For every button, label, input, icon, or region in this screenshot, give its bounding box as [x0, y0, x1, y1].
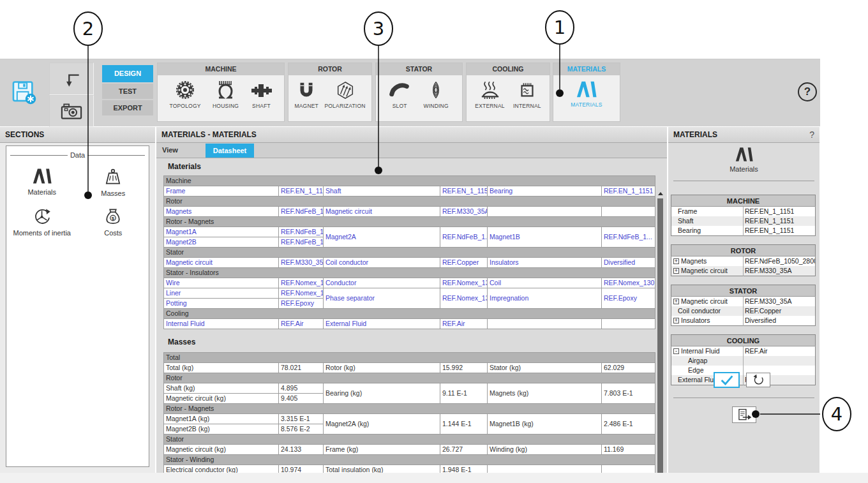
summary-label-cell[interactable]: +Magnetic circuit: [671, 266, 744, 276]
label-cell[interactable]: Impregnation: [488, 288, 602, 309]
toolbar-item-housing[interactable]: HOUSING: [213, 80, 239, 109]
section-item-masses[interactable]: Masses: [78, 168, 149, 197]
value-cell[interactable]: REF.Nomex_130: [602, 278, 655, 288]
validate-button[interactable]: [714, 372, 740, 388]
expand-icon[interactable]: +: [673, 258, 679, 264]
label-cell[interactable]: Magnetic circuit: [324, 207, 440, 217]
tab-export[interactable]: EXPORT: [102, 100, 153, 115]
save-button[interactable]: [8, 76, 41, 109]
label-cell[interactable]: Coil: [488, 278, 602, 288]
value-cell: 26.727: [440, 445, 488, 455]
tab-datasheet[interactable]: Datasheet: [206, 144, 254, 158]
toolbar-item-materials[interactable]: MATERIALS: [571, 80, 602, 108]
summary-label-cell[interactable]: -Internal Fluid: [671, 346, 744, 357]
vertical-scrollbar[interactable]: [657, 191, 664, 483]
toolbar-item-topology[interactable]: TOPOLOGY: [169, 80, 200, 109]
value-cell[interactable]: Diversified: [602, 258, 655, 268]
toolbar-item-magnet[interactable]: MAGNET: [294, 80, 318, 109]
group-label: Total: [164, 353, 655, 363]
label-cell[interactable]: Magnetic circuit: [164, 258, 279, 268]
summary-label-cell[interactable]: Coil conductor: [671, 306, 744, 316]
summary-value-cell[interactable]: REF.M330_35A: [744, 266, 816, 276]
label-cell[interactable]: Wire: [164, 278, 279, 288]
label-cell[interactable]: Magnet2A: [324, 227, 440, 248]
label-cell[interactable]: Internal Fluid: [164, 319, 279, 329]
summary-label-cell[interactable]: Shaft: [671, 216, 744, 226]
expand-icon[interactable]: +: [673, 299, 679, 304]
label-cell[interactable]: Magnet1A: [164, 227, 279, 237]
label-cell[interactable]: Frame: [164, 186, 279, 197]
value-cell[interactable]: REF.Nomex_130: [440, 278, 488, 288]
scroll-up-arrow-icon[interactable]: [658, 192, 663, 195]
summary-label-cell[interactable]: Frame: [671, 207, 744, 217]
toolbar-item-shaft[interactable]: SHAFT: [251, 80, 273, 109]
value-cell[interactable]: REF.EN_1_1151: [279, 186, 324, 197]
summary-label-cell[interactable]: Bearing: [671, 226, 744, 236]
summary-value-cell[interactable]: Diversified: [744, 316, 816, 326]
summary-value-cell[interactable]: REF.M330_35A: [744, 297, 816, 307]
value-cell[interactable]: REF.NdFeB_1...: [279, 207, 324, 217]
summary-value-cell[interactable]: REF.Copper: [744, 306, 816, 316]
summary-label-cell[interactable]: +Magnetic circuit: [671, 297, 744, 307]
tab-view[interactable]: View: [156, 143, 204, 158]
value-cell[interactable]: REF.Epoxy: [279, 299, 324, 309]
label-cell[interactable]: Coil conductor: [324, 258, 440, 268]
help-button[interactable]: ?: [798, 82, 817, 101]
reset-button[interactable]: [746, 373, 770, 387]
screenshot-button[interactable]: [49, 95, 94, 127]
label-cell[interactable]: Bearing: [488, 186, 602, 197]
summary-label-cell[interactable]: +Magnets: [671, 256, 744, 267]
summary-value-cell[interactable]: REF.EN_1_1151: [744, 226, 816, 236]
toolbar-item-slot[interactable]: SLOT: [389, 80, 410, 109]
callout-number: 1: [554, 17, 565, 38]
group-label: Rotor - Magnets: [164, 217, 655, 227]
collapse-icon[interactable]: -: [673, 348, 679, 354]
value-cell[interactable]: REF.Epoxy: [602, 288, 655, 309]
label-cell[interactable]: External Fluid: [324, 319, 440, 329]
value-cell[interactable]: REF.Copper: [440, 258, 488, 268]
section-item-materials[interactable]: Materials: [6, 168, 78, 197]
label-cell[interactable]: Magnets: [164, 207, 279, 217]
value-cell[interactable]: REF.M330_35A: [440, 207, 488, 217]
section-item-costs[interactable]: Costs: [78, 207, 149, 237]
label-cell[interactable]: Insulators: [488, 258, 602, 268]
summary-label-cell[interactable]: +Insulators: [671, 316, 744, 326]
undo-button[interactable]: [49, 63, 94, 95]
summary-value-cell[interactable]: REF.EN_1_1151: [744, 207, 816, 217]
label-cell[interactable]: Liner: [164, 288, 279, 299]
value-cell[interactable]: REF.NdFeB_1...: [279, 227, 324, 237]
expand-icon[interactable]: +: [673, 268, 679, 274]
value-cell[interactable]: REF.Nomex_130: [279, 278, 324, 288]
summary-label-cell[interactable]: Airgap: [671, 356, 744, 366]
label-cell[interactable]: Magnet2B: [164, 237, 279, 248]
summary-value-cell[interactable]: REF.Air: [744, 346, 816, 357]
scrollbar-thumb[interactable]: [657, 198, 663, 483]
tab-design[interactable]: DESIGN: [102, 65, 153, 82]
summary-value-cell[interactable]: REF.NdFeB_1050_2800: [744, 256, 816, 267]
value-cell[interactable]: REF.NdFeB_1...: [279, 237, 324, 248]
expand-icon[interactable]: +: [673, 318, 679, 323]
toolbar-item-polarization[interactable]: POLARIZATION: [324, 80, 365, 109]
export-button[interactable]: [732, 406, 756, 423]
value-cell[interactable]: REF.EN_1_1151: [602, 186, 655, 197]
value-cell[interactable]: REF.NdFeB_1...: [602, 227, 655, 248]
label-cell[interactable]: Magnet1B: [488, 227, 602, 248]
value-cell[interactable]: REF.Nomex_130: [279, 288, 324, 299]
tab-test[interactable]: TEST: [102, 84, 153, 99]
label-cell[interactable]: Conductor: [324, 278, 440, 288]
panel-help-icon[interactable]: ?: [809, 127, 814, 142]
value-cell[interactable]: REF.M330_35A: [279, 258, 324, 268]
section-item-moments-of-inertia[interactable]: Moments of inertia: [6, 207, 78, 237]
value-cell[interactable]: REF.EN_1_1151: [440, 186, 488, 197]
value-cell[interactable]: REF.NdFeB_1...: [440, 227, 488, 248]
toolbar-item-winding[interactable]: WINDING: [424, 80, 449, 109]
value-cell[interactable]: REF.Nomex_130: [440, 288, 488, 309]
label-cell[interactable]: Phase separator: [324, 288, 440, 309]
label-cell[interactable]: Potting: [164, 299, 279, 309]
value-cell[interactable]: REF.Air: [279, 319, 324, 329]
toolbar-item-internal-cooling[interactable]: INTERNAL: [513, 80, 541, 109]
label-cell[interactable]: Shaft: [324, 186, 440, 197]
value-cell[interactable]: REF.Air: [440, 319, 488, 329]
toolbar-item-external-cooling[interactable]: EXTERNAL: [475, 80, 504, 109]
summary-value-cell[interactable]: REF.EN_1_1151: [744, 216, 816, 226]
